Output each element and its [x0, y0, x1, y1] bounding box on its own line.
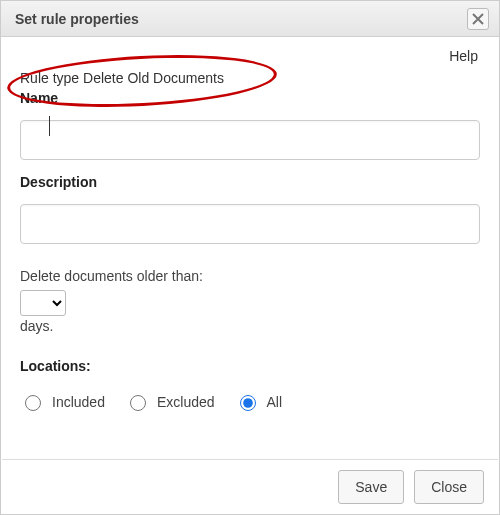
locations-label: Locations: [20, 358, 480, 374]
name-input[interactable] [20, 120, 480, 160]
dialog-title: Set rule properties [15, 11, 139, 27]
radio-excluded-label: Excluded [157, 394, 215, 410]
text-caret [49, 116, 50, 136]
rule-type-line: Rule type Delete Old Documents [20, 70, 480, 86]
dialog-footer: Save Close [2, 459, 498, 513]
description-label: Description [20, 174, 480, 190]
close-icon[interactable] [467, 8, 489, 30]
help-link[interactable]: Help [449, 48, 478, 64]
dialog-content: Help Rule type Delete Old Documents Name… [2, 38, 498, 458]
description-input[interactable] [20, 204, 480, 244]
dialog-body-scroll[interactable]: Help Rule type Delete Old Documents Name… [2, 38, 498, 458]
radio-all[interactable]: All [235, 392, 283, 411]
radio-excluded[interactable]: Excluded [125, 392, 215, 411]
title-bar: Set rule properties [1, 1, 499, 37]
radio-excluded-input[interactable] [130, 395, 146, 411]
days-select[interactable] [20, 290, 66, 316]
close-button[interactable]: Close [414, 470, 484, 504]
save-button[interactable]: Save [338, 470, 404, 504]
radio-included-label: Included [52, 394, 105, 410]
days-suffix: days. [20, 318, 480, 334]
locations-radio-group: Included Excluded All [20, 392, 480, 411]
radio-all-label: All [267, 394, 283, 410]
name-label: Name [20, 90, 480, 106]
radio-included[interactable]: Included [20, 392, 105, 411]
radio-included-input[interactable] [25, 395, 41, 411]
dialog-window: Set rule properties Help Rule type Delet… [0, 0, 500, 515]
radio-all-input[interactable] [240, 395, 256, 411]
delete-prompt: Delete documents older than: [20, 268, 480, 284]
